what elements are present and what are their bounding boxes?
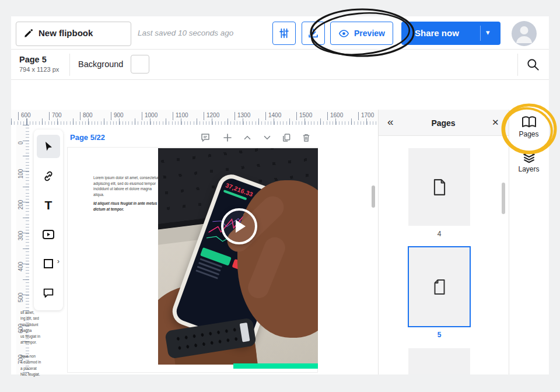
- ruler-tick: 900: [111, 112, 124, 120]
- square-icon: [43, 258, 54, 270]
- text-tool-icon: T: [45, 198, 52, 212]
- user-avatar[interactable]: [512, 21, 537, 46]
- page-paragraph[interactable]: Lorem ipsum dolor sit amet, consectetur …: [93, 175, 162, 197]
- move-page-down-icon[interactable]: [262, 132, 272, 143]
- move-page-up-icon[interactable]: [242, 132, 253, 143]
- tab-pages-label: Pages: [509, 130, 549, 138]
- person-icon: [512, 21, 537, 46]
- ruler-tick: 200: [15, 199, 27, 211]
- ruler-tick: 1500: [296, 112, 312, 120]
- tab-layers[interactable]: Layers: [509, 149, 549, 173]
- delete-page-icon[interactable]: [301, 132, 312, 143]
- flipbook-title[interactable]: New flipbook: [38, 28, 93, 38]
- video-tool[interactable]: [37, 223, 60, 246]
- select-tool[interactable]: [37, 135, 60, 158]
- link-icon: [42, 170, 55, 183]
- tab-pages[interactable]: Pages: [509, 116, 549, 138]
- canvas-scrollbar[interactable]: [372, 186, 375, 208]
- ruler-tick: 100: [15, 168, 27, 180]
- share-split-divider: [480, 26, 481, 41]
- sliders-icon: [278, 27, 290, 40]
- open-book-icon: [521, 116, 537, 130]
- settings-button[interactable]: [272, 22, 296, 45]
- search-icon[interactable]: [526, 57, 541, 72]
- pages-panel-scrollbar[interactable]: [502, 183, 505, 214]
- download-button[interactable]: [302, 22, 325, 45]
- ruler-tick: 800: [80, 112, 93, 120]
- ruler-tick: 1200: [204, 112, 219, 120]
- ruler-tick: 1100: [173, 112, 188, 120]
- divider: [517, 54, 518, 76]
- text-tool[interactable]: T: [37, 194, 60, 217]
- layers-icon: [522, 149, 537, 164]
- current-page-label: Page 5: [19, 55, 47, 64]
- ruler-tick: 0: [15, 137, 27, 149]
- link-tool[interactable]: [37, 164, 60, 188]
- page-thumbnail-5-selected[interactable]: [408, 246, 471, 327]
- page-thumbnail-4[interactable]: [408, 148, 470, 226]
- divider: [11, 49, 549, 50]
- duplicate-page-icon[interactable]: [281, 132, 292, 143]
- ruler-tick: 1700: [358, 112, 374, 120]
- cursor-icon: [43, 141, 54, 152]
- ruler-tick: 400: [15, 261, 27, 272]
- background-color-swatch[interactable]: [131, 55, 149, 74]
- ruler-tick: 500: [15, 292, 27, 303]
- share-now-label: Share now: [415, 28, 459, 38]
- shape-tool-expander[interactable]: ›: [57, 257, 60, 265]
- page-indicator: Page 5/22: [70, 133, 105, 142]
- ruler-tick: 1600: [327, 112, 343, 120]
- shape-tool[interactable]: [37, 252, 60, 275]
- ruler-tick: 1400: [265, 112, 281, 120]
- page-dimensions: 794 x 1123 px: [19, 66, 59, 73]
- ruler-tick: 700: [49, 112, 62, 120]
- pencil-icon: [23, 28, 34, 38]
- teal-accent-bar[interactable]: [233, 363, 318, 369]
- page-callout-text[interactable]: Id aliquet risus feugiat in ante metus d…: [93, 201, 164, 212]
- page-thumbnail-6-partial[interactable]: [408, 348, 470, 374]
- tab-layers-label: Layers: [509, 165, 549, 173]
- overflow-text-block-1[interactable]: sit amet, ing elit, sed r incididunt mag…: [20, 310, 68, 346]
- horizontal-ruler: [11, 110, 378, 125]
- page-comment-icon[interactable]: [200, 132, 211, 143]
- ruler-tick: 1300: [235, 112, 250, 120]
- ruler-tick: 1000: [142, 112, 158, 120]
- preview-label: Preview: [354, 29, 385, 38]
- page-video-image[interactable]: 37,216.33: [158, 148, 318, 365]
- play-button-overlay[interactable]: [221, 208, 257, 244]
- divider: [11, 79, 549, 80]
- last-saved-status: Last saved 10 seconds ago: [138, 29, 233, 37]
- pages-panel-title: Pages: [378, 118, 509, 128]
- thumbnail-5-label: 5: [408, 331, 470, 339]
- add-page-icon[interactable]: [222, 132, 233, 143]
- ruler-tick: 300: [15, 230, 27, 242]
- video-icon: [41, 228, 55, 241]
- document-icon: [432, 178, 447, 196]
- thumbnail-4-label: 4: [408, 230, 470, 238]
- download-icon: [307, 27, 320, 40]
- divider: [69, 54, 70, 76]
- eye-icon: [338, 28, 349, 39]
- comment-tool[interactable]: [37, 281, 60, 304]
- speech-bubble-icon: [42, 286, 55, 299]
- background-label: Background: [78, 60, 123, 69]
- share-dropdown-caret[interactable]: ▾: [486, 28, 490, 37]
- document-icon: [432, 279, 447, 295]
- close-panel-icon[interactable]: ✕: [492, 117, 499, 128]
- preview-button[interactable]: Preview: [330, 22, 393, 45]
- overflow-text-block-2[interactable]: sque non it euismod in a placerat Nec fe…: [20, 354, 68, 377]
- ruler-tick: 600: [18, 112, 31, 120]
